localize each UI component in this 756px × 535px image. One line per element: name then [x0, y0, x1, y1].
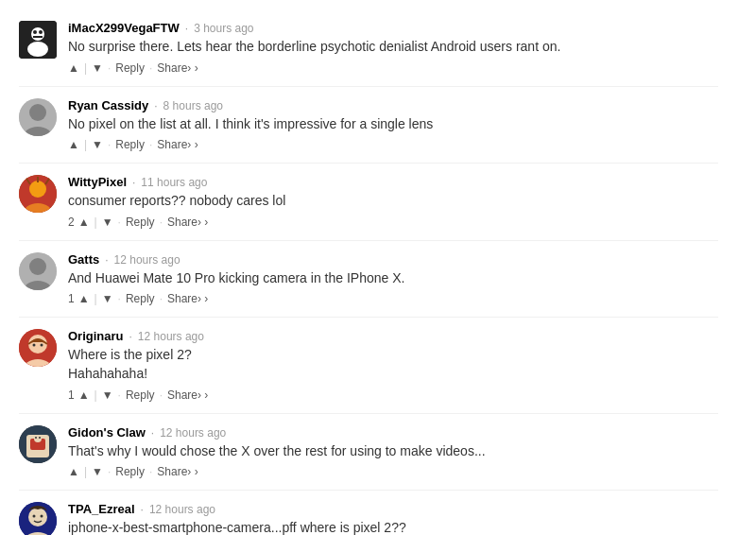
comment-body: Ryan Cassidy · 8 hours ago No pixel on t…: [68, 98, 718, 152]
comments-container: iMacX299VegaFTW · 3 hours ago No surpris…: [0, 0, 737, 535]
username: TPA_Ezreal: [68, 502, 135, 516]
comment-actions: 1 ▲ | ▼ · Reply · Share›: [68, 388, 718, 402]
comment-header: iMacX299VegaFTW · 3 hours ago: [68, 21, 718, 35]
reply-button[interactable]: Reply: [115, 465, 145, 478]
share-button[interactable]: Share›: [157, 61, 198, 75]
reply-button[interactable]: Reply: [126, 388, 155, 402]
comment-text: That's why I would chose the X over the …: [68, 442, 718, 461]
vote-count: 2: [68, 216, 75, 229]
svg-point-32: [33, 515, 36, 518]
timestamp: 8 hours ago: [163, 99, 223, 112]
comment-actions: ▲ | ▼ · Reply · Share›: [68, 61, 718, 75]
downvote-button[interactable]: ▼: [102, 292, 113, 305]
timestamp: 12 hours ago: [114, 253, 180, 267]
svg-point-19: [28, 335, 47, 354]
username: Originaru: [68, 329, 124, 343]
upvote-button[interactable]: ▲: [78, 216, 90, 229]
svg-point-10: [29, 181, 46, 198]
username: Gidon's Claw: [68, 425, 146, 440]
downvote-button[interactable]: ▼: [92, 61, 103, 75]
timestamp: 12 hours ago: [138, 330, 204, 343]
comment-actions: 2 ▲ | ▼ · Reply · Share›: [68, 216, 718, 229]
upvote-button[interactable]: ▲: [68, 465, 79, 478]
comment-item: Gatts · 12 hours ago And Huawei Mate 10 …: [19, 241, 718, 319]
svg-point-33: [41, 515, 43, 518]
comment-body: Gatts · 12 hours ago And Huawei Mate 10 …: [68, 252, 718, 306]
comment-header: Originaru · 12 hours ago: [68, 329, 718, 343]
comment-actions: ▲ | ▼ · Reply · Share›: [68, 138, 718, 151]
reply-button[interactable]: Reply: [126, 216, 155, 229]
upvote-button[interactable]: ▲: [68, 138, 79, 151]
username: Gatts: [68, 252, 99, 267]
svg-point-27: [35, 437, 37, 439]
downvote-button[interactable]: ▼: [102, 388, 113, 402]
downvote-button[interactable]: ▼: [92, 138, 103, 151]
svg-point-2: [27, 42, 48, 57]
comment-item: Gidon's Claw · 12 hours ago That's why I…: [19, 414, 718, 492]
comment-body: Gidon's Claw · 12 hours ago That's why I…: [68, 425, 718, 479]
comment-item: Ryan Cassidy · 8 hours ago No pixel on t…: [19, 87, 718, 164]
comment-text: Where is the pixel 2?Hahahahaha!: [68, 346, 718, 383]
username: iMacX299VegaFTW: [68, 21, 180, 35]
comment-item: iMacX299VegaFTW · 3 hours ago No surpris…: [19, 9, 718, 87]
svg-point-3: [33, 30, 37, 34]
share-button[interactable]: Share›: [167, 292, 208, 305]
comment-header: WittyPixel · 11 hours ago: [68, 175, 718, 189]
comment-text: No surprise there. Lets hear the borderl…: [68, 38, 718, 57]
upvote-button[interactable]: ▲: [78, 292, 90, 305]
svg-point-22: [41, 344, 43, 347]
comment-text: consumer reports?? nobody cares lol: [68, 192, 718, 211]
downvote-button[interactable]: ▼: [92, 465, 103, 478]
share-button[interactable]: Share›: [157, 138, 198, 151]
comment-header: TPA_Ezreal · 12 hours ago: [68, 502, 718, 516]
comment-body: iMacX299VegaFTW · 3 hours ago No surpris…: [68, 21, 718, 75]
comment-item: Originaru · 12 hours ago Where is the pi…: [19, 318, 718, 413]
comment-body: TPA_Ezreal · 12 hours ago iphone-x-best-…: [68, 502, 718, 535]
share-button[interactable]: Share›: [157, 465, 198, 478]
vote-count: 1: [68, 388, 75, 402]
comment-body: WittyPixel · 11 hours ago consumer repor…: [68, 175, 718, 229]
svg-point-4: [39, 30, 43, 34]
comment-text: And Huawei Mate 10 Pro kicking camera in…: [68, 269, 718, 288]
comment-header: Ryan Cassidy · 8 hours ago: [68, 98, 718, 112]
comment-header: Gatts · 12 hours ago: [68, 252, 718, 267]
downvote-button[interactable]: ▼: [102, 216, 113, 229]
timestamp: 3 hours ago: [194, 22, 253, 35]
svg-point-28: [39, 437, 41, 439]
share-button[interactable]: Share›: [167, 216, 208, 229]
username: WittyPixel: [68, 175, 127, 189]
share-button[interactable]: Share›: [167, 388, 208, 402]
comment-text: iphone-x-best-smartphone-camera...pff wh…: [68, 519, 718, 535]
comment-item: WittyPixel · 11 hours ago consumer repor…: [19, 164, 718, 241]
svg-point-7: [29, 104, 46, 121]
svg-point-26: [34, 435, 42, 442]
svg-point-30: [28, 508, 47, 526]
timestamp: 12 hours ago: [160, 426, 226, 440]
reply-button[interactable]: Reply: [126, 292, 155, 305]
comment-actions: ▲ | ▼ · Reply · Share›: [68, 465, 718, 478]
timestamp: 11 hours ago: [141, 176, 207, 189]
comment-actions: 1 ▲ | ▼ · Reply · Share›: [68, 292, 718, 305]
vote-count: 1: [68, 292, 75, 305]
reply-button[interactable]: Reply: [115, 61, 145, 75]
comment-header: Gidon's Claw · 12 hours ago: [68, 425, 718, 440]
comment-text: No pixel on the list at all. I think it'…: [68, 115, 718, 134]
comment-body: Originaru · 12 hours ago Where is the pi…: [68, 329, 718, 401]
timestamp: 12 hours ago: [149, 503, 215, 516]
username: Ryan Cassidy: [68, 98, 148, 112]
svg-point-16: [29, 258, 46, 275]
upvote-button[interactable]: ▲: [78, 388, 90, 402]
upvote-button[interactable]: ▲: [68, 61, 79, 75]
comment-item: TPA_Ezreal · 12 hours ago iphone-x-best-…: [19, 491, 718, 535]
svg-point-1: [31, 27, 44, 41]
svg-point-21: [33, 344, 36, 347]
reply-button[interactable]: Reply: [115, 138, 145, 151]
